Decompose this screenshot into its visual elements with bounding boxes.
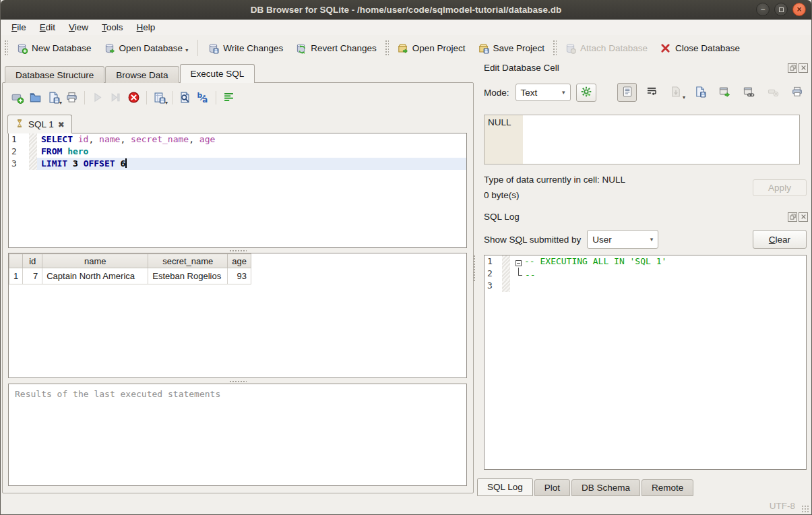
export-icon xyxy=(694,86,706,100)
save-sql-file-button[interactable]: ▾ xyxy=(44,88,63,107)
export-button[interactable] xyxy=(690,83,710,102)
cell-size-info: 0 byte(s) xyxy=(484,190,520,200)
stop-button[interactable] xyxy=(125,88,143,107)
cell-value-editor[interactable]: NULL xyxy=(484,115,800,164)
attach-database-button: Attach Database xyxy=(559,39,654,57)
column-header-id[interactable]: id xyxy=(23,254,42,268)
splitter-vertical[interactable] xyxy=(473,255,476,282)
column-header-secret-name[interactable]: secret_name xyxy=(148,254,228,268)
open-external-button[interactable] xyxy=(714,83,734,102)
print-button[interactable] xyxy=(63,88,81,107)
fold-marker-icon[interactable] xyxy=(516,260,522,266)
cell-secret-name[interactable]: Esteban Rogelios xyxy=(148,268,228,284)
tab-sql-log[interactable]: SQL Log xyxy=(477,478,533,496)
close-tab-icon[interactable]: ✖ xyxy=(58,120,65,129)
tab-db-schema[interactable]: DB Schema xyxy=(571,479,640,496)
tab-remote[interactable]: Remote xyxy=(642,479,693,496)
toolbar-drag-handle[interactable] xyxy=(385,40,389,56)
sql-editor-tab[interactable]: SQL 1 ✖ xyxy=(7,115,72,133)
close-button[interactable]: × xyxy=(792,3,806,16)
close-icon xyxy=(801,214,807,220)
replace-button[interactable]: ba xyxy=(194,88,212,107)
open-sql-file-button[interactable] xyxy=(26,88,44,107)
tab-execute-sql[interactable]: Execute SQL xyxy=(180,64,255,83)
sql-editor[interactable]: 1SELECT id, name, secret_name, age2FROM … xyxy=(8,133,467,248)
tab-database-structure[interactable]: Database Structure xyxy=(5,66,104,83)
sql-log-view[interactable]: 1-- EXECUTING ALL IN 'SQL 1'2--3 xyxy=(484,255,807,470)
cell-age[interactable]: 93 xyxy=(228,268,251,284)
menu-help[interactable]: Help xyxy=(130,21,162,34)
maximize-button[interactable] xyxy=(774,3,788,16)
menu-view[interactable]: View xyxy=(62,21,95,34)
format-icon xyxy=(222,91,235,104)
save-project-button[interactable]: Save Project xyxy=(472,39,551,57)
log-text xyxy=(510,280,806,292)
log-text: -- EXECUTING ALL IN 'SQL 1' xyxy=(510,255,806,268)
open-database-button[interactable]: Open Database ▾ xyxy=(98,39,195,57)
open-project-button[interactable]: Open Project xyxy=(391,39,472,57)
cell-id[interactable]: 7 xyxy=(23,268,42,284)
menu-edit[interactable]: Edit xyxy=(33,21,62,34)
close-panel-button[interactable] xyxy=(799,212,808,222)
text-mode-button[interactable] xyxy=(617,83,637,102)
code-text[interactable]: SELECT id, name, secret_name, age xyxy=(37,133,466,146)
format-button[interactable] xyxy=(220,88,238,107)
cell-editor-toolbar: ▾ xyxy=(617,83,807,102)
sql-tab-bar: SQL 1 ✖ xyxy=(7,115,72,133)
auto-apply-button[interactable] xyxy=(576,84,596,102)
close-database-button[interactable]: Close Database xyxy=(654,39,746,57)
float-panel-button[interactable] xyxy=(788,212,797,222)
revert-changes-icon xyxy=(295,42,307,54)
minimize-button[interactable]: − xyxy=(756,3,770,16)
revert-changes-button[interactable]: Revert Changes xyxy=(289,39,383,57)
mode-label: Mode: xyxy=(484,88,509,98)
splitter-editor-results[interactable] xyxy=(8,249,467,252)
toolbar-drag-handle[interactable] xyxy=(553,40,557,56)
new-tab-button[interactable] xyxy=(8,88,26,107)
find-icon xyxy=(179,91,191,104)
tab-browse-data[interactable]: Browse Data xyxy=(105,66,179,83)
cell-name[interactable]: Captain North America xyxy=(42,268,148,284)
new-tab-icon xyxy=(11,91,24,104)
open-project-icon xyxy=(397,42,408,54)
find-button[interactable] xyxy=(176,88,194,107)
clear-log-button[interactable]: Clear xyxy=(753,230,807,249)
write-changes-button[interactable]: Write Changes xyxy=(201,39,289,57)
menu-file[interactable]: File xyxy=(5,21,33,34)
corner-header[interactable] xyxy=(9,254,23,268)
resize-grip-icon[interactable] xyxy=(801,505,809,513)
window-controls: − × xyxy=(756,3,806,16)
float-panel-button[interactable] xyxy=(788,63,797,73)
text-mode-icon xyxy=(621,86,633,100)
link-button[interactable] xyxy=(739,83,758,102)
open-external-icon xyxy=(718,86,730,100)
splitter-results-messages[interactable] xyxy=(8,380,467,383)
column-header-age[interactable]: age xyxy=(228,254,251,268)
tab-plot[interactable]: Plot xyxy=(534,479,570,496)
save-results-button[interactable]: ▾ xyxy=(150,88,168,107)
results-table: id name secret_name age 1 7 Captain Nort… xyxy=(9,253,251,284)
submitter-select[interactable]: User ▾ xyxy=(587,230,658,249)
execute-line-button xyxy=(106,88,125,107)
menu-tools[interactable]: Tools xyxy=(95,21,130,34)
code-text[interactable]: LIMIT 3 OFFSET 6 xyxy=(37,158,466,170)
cell-mode-row: Mode: Text ▾ ▾ xyxy=(484,83,807,102)
new-database-button[interactable]: New Database xyxy=(10,39,98,57)
row-header[interactable]: 1 xyxy=(9,268,23,284)
mode-select[interactable]: Text ▾ xyxy=(516,84,571,101)
column-header-name[interactable]: name xyxy=(42,254,148,268)
word-wrap-button[interactable] xyxy=(642,83,661,102)
execution-messages[interactable]: Results of the last executed statements xyxy=(8,384,467,486)
messages-placeholder: Results of the last executed statements xyxy=(15,389,220,399)
toolbar-drag-handle[interactable] xyxy=(4,40,8,56)
code-text[interactable]: FROM hero xyxy=(37,146,466,158)
line-number: 2 xyxy=(485,268,502,280)
print-button[interactable] xyxy=(787,83,807,102)
toolbar-separator xyxy=(172,91,173,104)
titlebar: DB Browser for SQLite - /home/user/code/… xyxy=(1,0,811,20)
toolbar-separator xyxy=(216,91,216,104)
dock-tab-bar: SQL Log Plot DB Schema Remote xyxy=(477,478,695,496)
replace-icon: ba xyxy=(197,91,210,104)
close-panel-button[interactable] xyxy=(799,63,808,73)
chevron-down-icon: ▾ xyxy=(59,100,62,107)
